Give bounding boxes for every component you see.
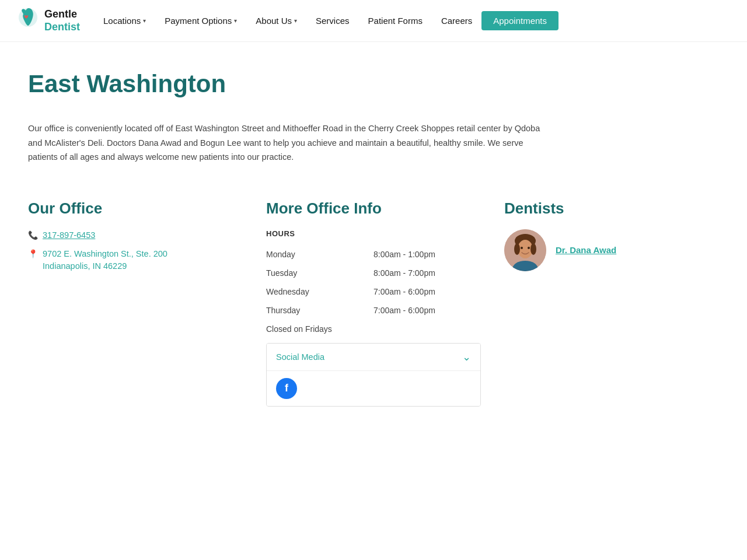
hours-time: 8:00am - 7:00pm — [374, 264, 481, 282]
careers-link[interactable]: Careers — [432, 11, 481, 30]
phone-link[interactable]: 317-897-6453 — [43, 229, 95, 242]
hours-day: Thursday — [266, 301, 374, 320]
phone-icon: 📞 — [28, 230, 38, 240]
office-info: 📞 317-897-6453 📍 9702 E. Washington St.,… — [28, 229, 243, 273]
svg-point-7 — [521, 247, 523, 249]
main-content: East Washington Our office is convenient… — [12, 42, 735, 435]
hours-row: Wednesday7:00am - 6:00pm — [266, 282, 481, 301]
nav-menu: Locations ▾ Payment Options ▾ About Us ▾… — [94, 11, 558, 30]
logo[interactable]: GentleDentist — [14, 6, 80, 36]
more-office-info-section: More Office Info HOURS Monday8:00am - 1:… — [266, 200, 481, 407]
svg-point-8 — [528, 247, 530, 249]
locations-link[interactable]: Locations ▾ — [94, 11, 155, 30]
hours-time: 8:00am - 1:00pm — [374, 245, 481, 264]
hours-time: 7:00am - 6:00pm — [374, 282, 481, 301]
about-us-link[interactable]: About Us ▾ — [246, 11, 306, 30]
hours-table: Monday8:00am - 1:00pmTuesday8:00am - 7:0… — [266, 245, 481, 320]
social-media-header[interactable]: Social Media ⌄ — [267, 344, 480, 370]
nav-item-locations[interactable]: Locations ▾ — [94, 11, 155, 30]
about-chevron-icon: ▾ — [294, 18, 297, 24]
nav-item-services[interactable]: Services — [306, 11, 359, 30]
locations-chevron-icon: ▾ — [143, 18, 146, 24]
office-address: 📍 9702 E. Washington St., Ste. 200 India… — [28, 248, 243, 274]
address-text: 9702 E. Washington St., Ste. 200 Indiana… — [43, 248, 167, 274]
facebook-icon[interactable]: f — [276, 378, 297, 399]
nav-item-about[interactable]: About Us ▾ — [246, 11, 306, 30]
social-chevron-icon: ⌄ — [462, 351, 471, 363]
payment-options-link[interactable]: Payment Options ▾ — [155, 11, 246, 30]
dentist-avatar — [504, 229, 546, 271]
hours-row: Monday8:00am - 1:00pm — [266, 245, 481, 264]
social-media-body: f — [267, 370, 480, 406]
logo-text: GentleDentist — [44, 8, 80, 33]
more-office-info-heading: More Office Info — [266, 200, 481, 218]
address-line1: 9702 E. Washington St., Ste. 200 — [43, 248, 167, 261]
svg-point-6 — [530, 243, 536, 255]
hours-time: 7:00am - 6:00pm — [374, 301, 481, 320]
social-media-box: Social Media ⌄ f — [266, 343, 481, 407]
main-nav: GentleDentist Locations ▾ Payment Option… — [0, 0, 747, 42]
nav-item-appointments[interactable]: Appointments — [481, 11, 558, 30]
hours-day: Tuesday — [266, 264, 374, 282]
nav-item-payment[interactable]: Payment Options ▾ — [155, 11, 246, 30]
appointments-link[interactable]: Appointments — [481, 11, 558, 30]
social-media-label: Social Media — [276, 352, 324, 362]
address-line2: Indianapolis, IN 46229 — [43, 260, 167, 273]
dentist-card: Dr. Dana Awad — [504, 229, 719, 271]
our-office-heading: Our Office — [28, 200, 243, 218]
patient-forms-link[interactable]: Patient Forms — [359, 11, 432, 30]
nav-item-patient-forms[interactable]: Patient Forms — [359, 11, 432, 30]
hours-row: Thursday7:00am - 6:00pm — [266, 301, 481, 320]
payment-chevron-icon: ▾ — [234, 18, 237, 24]
dentists-section: Dentists — [504, 200, 719, 407]
our-office-section: Our Office 📞 317-897-6453 📍 9702 E. Wash… — [28, 200, 243, 407]
hours-day: Monday — [266, 245, 374, 264]
hours-label: HOURS — [266, 229, 481, 238]
map-pin-icon: 📍 — [28, 249, 38, 258]
office-phone: 📞 317-897-6453 — [28, 229, 243, 242]
page-title: East Washington — [28, 70, 719, 98]
dentists-heading: Dentists — [504, 200, 719, 218]
closed-note: Closed on Fridays — [266, 324, 481, 334]
hours-row: Tuesday8:00am - 7:00pm — [266, 264, 481, 282]
sections-grid: Our Office 📞 317-897-6453 📍 9702 E. Wash… — [28, 200, 719, 407]
services-link[interactable]: Services — [306, 11, 359, 30]
svg-point-5 — [514, 243, 520, 255]
hours-day: Wednesday — [266, 282, 374, 301]
page-description: Our office is conveniently located off o… — [28, 121, 553, 164]
nav-item-careers[interactable]: Careers — [432, 11, 481, 30]
dentist-name-link[interactable]: Dr. Dana Awad — [556, 245, 616, 255]
